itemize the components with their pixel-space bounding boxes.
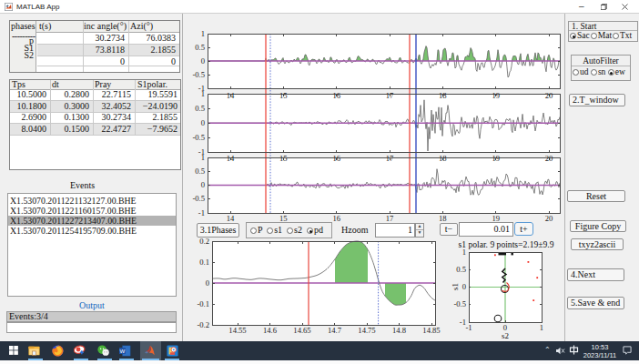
svg-text:14.85: 14.85 xyxy=(422,326,440,335)
svg-text:s1: s1 xyxy=(451,283,460,290)
svg-text:14.65: 14.65 xyxy=(293,326,310,335)
svg-text:0: 0 xyxy=(201,56,205,66)
svg-text:0: 0 xyxy=(201,180,205,189)
svg-text:0.5: 0.5 xyxy=(195,43,205,52)
svg-text:19: 19 xyxy=(492,214,500,223)
svg-text:0.5: 0.5 xyxy=(195,167,205,176)
svg-text:17: 17 xyxy=(386,91,394,100)
svg-text:0: 0 xyxy=(201,118,205,127)
svg-text:W: W xyxy=(120,349,126,354)
svg-text:18: 18 xyxy=(439,91,447,100)
svg-text:17: 17 xyxy=(386,214,394,223)
svg-text:-0.5: -0.5 xyxy=(192,194,205,203)
svg-text:-0.2: -0.2 xyxy=(197,320,209,329)
svg-text:0: 0 xyxy=(462,282,466,291)
svg-text:-1: -1 xyxy=(460,318,466,327)
svg-text:14.8: 14.8 xyxy=(392,326,406,335)
svg-text:16: 16 xyxy=(332,214,340,223)
svg-text:0.1: 0.1 xyxy=(199,258,209,267)
svg-text:-0.5: -0.5 xyxy=(192,133,205,142)
svg-text:18: 18 xyxy=(439,214,447,223)
svg-text:14.75: 14.75 xyxy=(358,326,375,335)
svg-text:14: 14 xyxy=(227,214,235,223)
svg-text:-1: -1 xyxy=(465,323,472,332)
svg-text:s1 polar. 9 points=2.19±9.9: s1 polar. 9 points=2.19±9.9 xyxy=(458,239,553,249)
svg-text:14: 14 xyxy=(227,154,235,163)
svg-text:20: 20 xyxy=(545,214,553,223)
svg-text:1: 1 xyxy=(201,153,205,162)
svg-text:20: 20 xyxy=(545,154,553,163)
svg-text:15: 15 xyxy=(279,214,288,223)
svg-text:1: 1 xyxy=(540,323,543,332)
svg-text:1: 1 xyxy=(462,248,466,257)
svg-text:0.5: 0.5 xyxy=(195,104,205,113)
svg-text:1: 1 xyxy=(201,89,205,98)
svg-text:19: 19 xyxy=(492,154,500,163)
svg-text:-0.5: -0.5 xyxy=(192,70,205,79)
svg-text:-1: -1 xyxy=(198,208,205,217)
svg-text:14.55: 14.55 xyxy=(228,326,246,335)
svg-text:15: 15 xyxy=(279,154,288,163)
svg-text:s2: s2 xyxy=(502,331,509,340)
svg-text:20: 20 xyxy=(545,91,553,100)
svg-text:0: 0 xyxy=(206,278,209,288)
svg-text:14.6: 14.6 xyxy=(263,326,278,335)
svg-text:19: 19 xyxy=(492,91,500,100)
svg-text:-0.5: -0.5 xyxy=(453,299,466,308)
svg-text:15: 15 xyxy=(279,91,288,100)
svg-text:14.7: 14.7 xyxy=(328,326,342,335)
svg-text:16: 16 xyxy=(332,154,340,163)
svg-text:0.5: 0.5 xyxy=(456,265,466,274)
svg-text:0.2: 0.2 xyxy=(199,237,209,246)
svg-text:-0.1: -0.1 xyxy=(197,299,209,308)
svg-text:1: 1 xyxy=(201,29,205,38)
svg-text:16: 16 xyxy=(332,91,340,100)
svg-text:18: 18 xyxy=(439,154,447,163)
svg-text:17: 17 xyxy=(386,154,394,163)
svg-text:14: 14 xyxy=(227,91,235,100)
